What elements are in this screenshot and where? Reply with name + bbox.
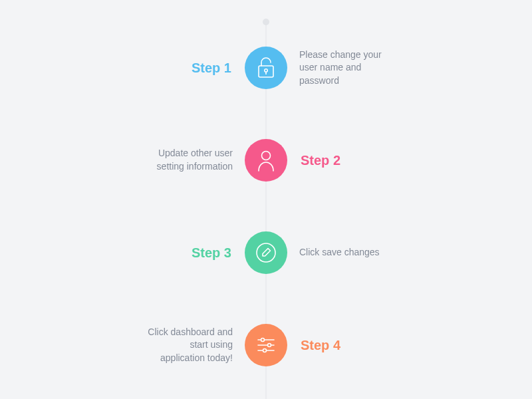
step-4-label: Step 4 (287, 338, 400, 353)
step-1-label: Step 1 (132, 61, 245, 76)
svg-point-8 (268, 344, 271, 347)
step-4-icon-circle (245, 324, 287, 366)
sliders-icon (255, 335, 277, 355)
svg-point-3 (262, 152, 271, 160)
steps-container: Step 1 Please change your user name and … (0, 0, 532, 366)
svg-point-1 (265, 69, 267, 72)
step-2-description: Update other user setting information (132, 147, 245, 173)
step-3-icon-circle (245, 231, 287, 274)
step-2: Update other user setting information St… (0, 139, 532, 182)
step-3-description: Click save changes (287, 246, 400, 259)
step-2-icon-circle (245, 139, 287, 182)
step-4-description: Click dashboard and start using applicat… (132, 326, 245, 365)
step-1: Step 1 Please change your user name and … (0, 47, 532, 89)
step-3-label: Step 3 (132, 245, 245, 261)
svg-point-4 (257, 243, 275, 262)
user-icon (257, 149, 275, 172)
step-1-icon-circle (245, 47, 287, 89)
edit-icon (254, 241, 278, 265)
step-1-description: Please change your user name and passwor… (287, 49, 400, 88)
step-2-label: Step 2 (287, 153, 400, 168)
step-4: Click dashboard and start using applicat… (0, 324, 532, 366)
svg-point-6 (261, 338, 265, 342)
step-3: Step 3 Click save changes (0, 231, 532, 274)
lock-open-icon (256, 57, 276, 79)
svg-point-10 (263, 349, 267, 352)
